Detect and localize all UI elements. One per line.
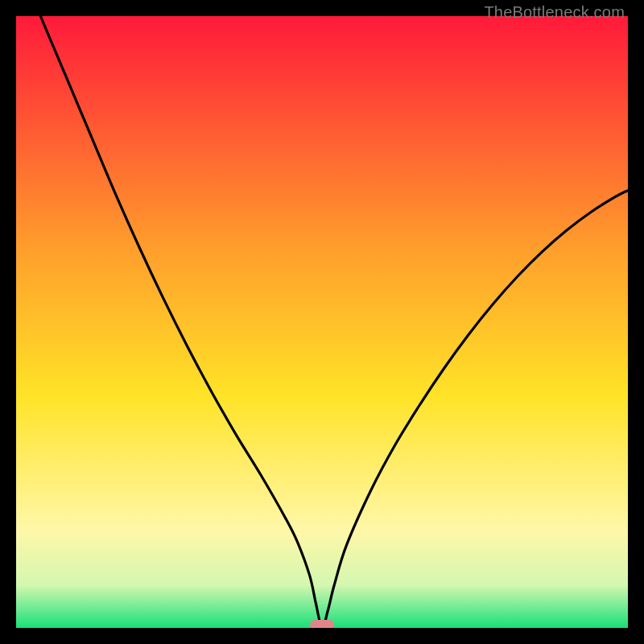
optimal-marker [310,620,334,628]
chart-stage: TheBottleneck.com [0,0,644,644]
plot-area [16,16,628,628]
watermark-text: TheBottleneck.com [484,3,625,22]
bottleneck-curve [16,16,628,628]
